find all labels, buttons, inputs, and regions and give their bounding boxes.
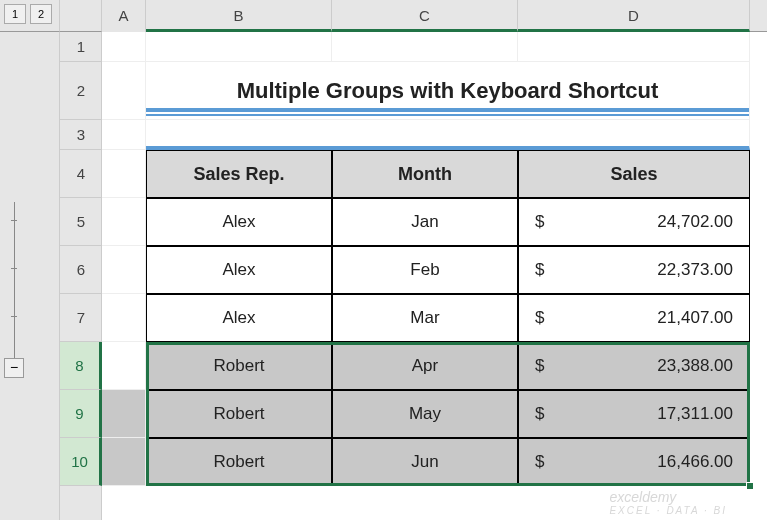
outline-level-controls: 1 2 [0,0,60,32]
row-header-10[interactable]: 10 [60,438,102,486]
group-line [14,202,15,367]
watermark-main: exceldemy [609,489,676,505]
cell-A3[interactable] [102,120,146,150]
header-month[interactable]: Month [332,150,518,198]
group-dot [11,316,17,317]
col-header-D[interactable]: D [518,0,750,32]
row-header-6[interactable]: 6 [60,246,102,294]
cell-A2[interactable] [102,62,146,120]
cell-A10[interactable] [102,438,146,486]
sales-amount: 17,311.00 [657,404,733,424]
currency-symbol: $ [535,404,544,424]
cell-month-6[interactable]: Feb [332,246,518,294]
sales-amount: 23,388.00 [657,356,733,376]
cell-D1[interactable] [518,32,750,62]
cell-A9[interactable] [102,390,146,438]
fill-handle[interactable] [746,482,754,490]
watermark: exceldemy EXCEL · DATA · BI [609,489,727,516]
row-header-3[interactable]: 3 [60,120,102,150]
cell-rep-5[interactable]: Alex [146,198,332,246]
row-header-8[interactable]: 8 [60,342,102,390]
select-all-corner[interactable] [60,0,102,32]
header-sales-rep[interactable]: Sales Rep. [146,150,332,198]
cell-month-7[interactable]: Mar [332,294,518,342]
cell-A6[interactable] [102,246,146,294]
sales-amount: 22,373.00 [657,260,733,280]
cell-A7[interactable] [102,294,146,342]
cell-B3-D3[interactable] [146,120,750,150]
cell-sales-7[interactable]: $ 21,407.00 [518,294,750,342]
group-dot [11,268,17,269]
cell-month-9[interactable]: May [332,390,518,438]
cell-rep-10[interactable]: Robert [146,438,332,486]
cell-C1[interactable] [332,32,518,62]
watermark-sub: EXCEL · DATA · BI [609,505,727,516]
cell-rep-7[interactable]: Alex [146,294,332,342]
row-headers: 1 2 3 4 5 6 7 8 9 10 [60,32,102,520]
row-header-9[interactable]: 9 [60,390,102,438]
outline-gutter: − [0,32,60,520]
currency-symbol: $ [535,452,544,472]
cell-month-5[interactable]: Jan [332,198,518,246]
cell-month-10[interactable]: Jun [332,438,518,486]
cell-A4[interactable] [102,150,146,198]
cell-sales-9[interactable]: $ 17,311.00 [518,390,750,438]
col-header-B[interactable]: B [146,0,332,32]
outline-level-2-button[interactable]: 2 [30,4,52,24]
group-collapse-button[interactable]: − [4,358,24,378]
row-header-1[interactable]: 1 [60,32,102,62]
cell-A1[interactable] [102,32,146,62]
col-header-A[interactable]: A [102,0,146,32]
outline-level-1-button[interactable]: 1 [4,4,26,24]
sales-amount: 16,466.00 [657,452,733,472]
sales-amount: 24,702.00 [657,212,733,232]
currency-symbol: $ [535,260,544,280]
column-headers: A B C D [102,0,767,32]
col-header-C[interactable]: C [332,0,518,32]
header-sales[interactable]: Sales [518,150,750,198]
row-header-5[interactable]: 5 [60,198,102,246]
group-dot [11,220,17,221]
cell-sales-10[interactable]: $ 16,466.00 [518,438,750,486]
cell-rep-6[interactable]: Alex [146,246,332,294]
cell-sales-6[interactable]: $ 22,373.00 [518,246,750,294]
cell-sales-5[interactable]: $ 24,702.00 [518,198,750,246]
row-header-7[interactable]: 7 [60,294,102,342]
row-header-4[interactable]: 4 [60,150,102,198]
cell-A8[interactable] [102,342,146,390]
currency-symbol: $ [535,212,544,232]
spreadsheet-grid[interactable]: Multiple Groups with Keyboard Shortcut S… [102,32,767,520]
cell-sales-8[interactable]: $ 23,388.00 [518,342,750,390]
cell-A5[interactable] [102,198,146,246]
currency-symbol: $ [535,308,544,328]
cell-rep-9[interactable]: Robert [146,390,332,438]
cell-rep-8[interactable]: Robert [146,342,332,390]
row-header-2[interactable]: 2 [60,62,102,120]
cell-B1[interactable] [146,32,332,62]
sales-amount: 21,407.00 [657,308,733,328]
currency-symbol: $ [535,356,544,376]
cell-month-8[interactable]: Apr [332,342,518,390]
